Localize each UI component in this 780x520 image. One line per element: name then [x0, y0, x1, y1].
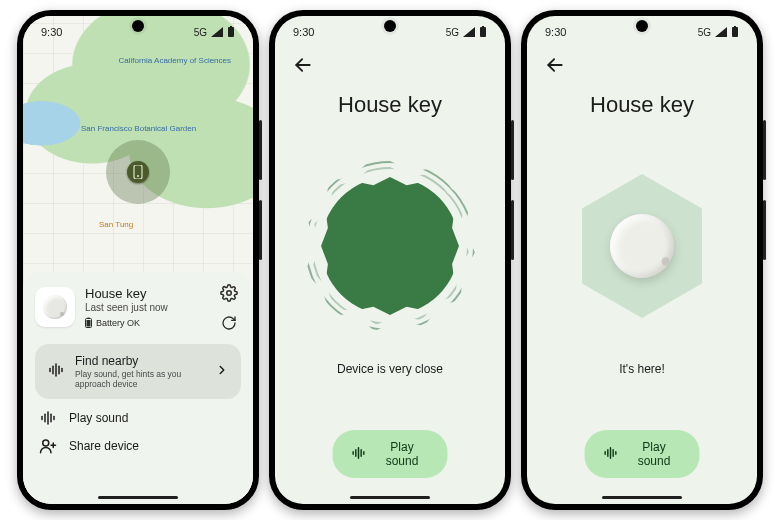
svg-rect-29: [732, 27, 738, 37]
svg-rect-21: [480, 27, 486, 37]
phone-frame: 9:30 5G California Academy of Sciences S…: [17, 10, 259, 510]
nav-pill[interactable]: [350, 496, 430, 499]
signal-icon: [463, 27, 475, 37]
svg-point-7: [227, 290, 232, 295]
bottom-sheet: House key Last seen just now Battery OK: [23, 272, 253, 504]
tracker-tag-icon: [43, 295, 67, 319]
svg-rect-1: [230, 26, 232, 27]
network-label: 5G: [194, 27, 207, 38]
sound-bars-icon: [603, 445, 619, 464]
poi-label: California Academy of Sciences: [119, 56, 232, 65]
proximity-status: It's here!: [527, 362, 757, 376]
play-sound-button[interactable]: Play sound: [585, 430, 700, 478]
chevron-right-icon: [215, 363, 229, 380]
find-nearby-subtitle: Play sound, get hints as you approach de…: [75, 369, 205, 389]
device-location-marker[interactable]: [106, 140, 170, 204]
proximity-status: Device is very close: [275, 362, 505, 376]
found-halo: [567, 171, 717, 321]
clock: 9:30: [293, 26, 314, 38]
poi-label: San Francisco Botanical Garden: [81, 124, 196, 133]
sound-bars-icon: [39, 409, 57, 427]
svg-rect-30: [734, 26, 736, 27]
network-label: 5G: [698, 27, 711, 38]
play-sound-label: Play sound: [69, 411, 128, 425]
arrow-back-icon: [545, 55, 565, 78]
share-device-label: Share device: [69, 439, 139, 453]
phone-frame: 9:30 5G House key Devic: [269, 10, 511, 510]
proximity-visual: [275, 146, 505, 346]
share-device-row[interactable]: Share device: [35, 427, 241, 455]
page-title: House key: [275, 92, 505, 118]
svg-point-3: [137, 175, 139, 177]
svg-point-18: [43, 440, 49, 446]
proximity-blob: [321, 177, 459, 315]
camera-cutout: [132, 20, 144, 32]
page-title: House key: [527, 92, 757, 118]
sound-bars-icon: [351, 445, 367, 464]
svg-rect-6: [88, 318, 90, 319]
svg-rect-5: [87, 320, 91, 327]
battery-icon: [227, 26, 235, 38]
play-sound-label: Play sound: [627, 440, 682, 468]
device-card: House key Last seen just now Battery OK: [35, 282, 241, 336]
signal-icon: [715, 27, 727, 37]
network-label: 5G: [446, 27, 459, 38]
screen-finder-close: 9:30 5G House key Devic: [275, 16, 505, 504]
svg-rect-22: [482, 26, 484, 27]
tracker-tag-icon: [604, 208, 680, 284]
phone-marker-icon: [127, 161, 149, 183]
find-nearby-title: Find nearby: [75, 354, 205, 368]
screen-finder-found: 9:30 5G House key It's here!: [527, 16, 757, 504]
battery-icon: [479, 26, 487, 38]
device-thumbnail: [35, 287, 75, 327]
signal-icon: [211, 27, 223, 37]
find-nearby-button[interactable]: Find nearby Play sound, get hints as you…: [35, 344, 241, 399]
play-sound-label: Play sound: [375, 440, 430, 468]
arrow-back-icon: [293, 55, 313, 78]
camera-cutout: [384, 20, 396, 32]
back-button[interactable]: [289, 52, 317, 80]
settings-button[interactable]: [217, 282, 241, 306]
screen-map: 9:30 5G California Academy of Sciences S…: [23, 16, 253, 504]
camera-cutout: [636, 20, 648, 32]
nav-pill[interactable]: [602, 496, 682, 499]
clock: 9:30: [41, 26, 62, 38]
gear-icon: [220, 284, 238, 305]
refresh-icon: [221, 315, 237, 334]
nav-pill[interactable]: [98, 496, 178, 499]
play-sound-button[interactable]: Play sound: [333, 430, 448, 478]
refresh-button[interactable]: [217, 312, 241, 336]
sound-bars-icon: [47, 361, 65, 382]
play-sound-row[interactable]: Play sound: [35, 399, 241, 427]
battery-icon: [731, 26, 739, 38]
poi-label: San Tung: [99, 220, 133, 229]
svg-rect-0: [228, 27, 234, 37]
found-visual: [527, 146, 757, 346]
person-plus-icon: [39, 437, 57, 455]
phone-frame: 9:30 5G House key It's here!: [521, 10, 763, 510]
clock: 9:30: [545, 26, 566, 38]
back-button[interactable]: [541, 52, 569, 80]
